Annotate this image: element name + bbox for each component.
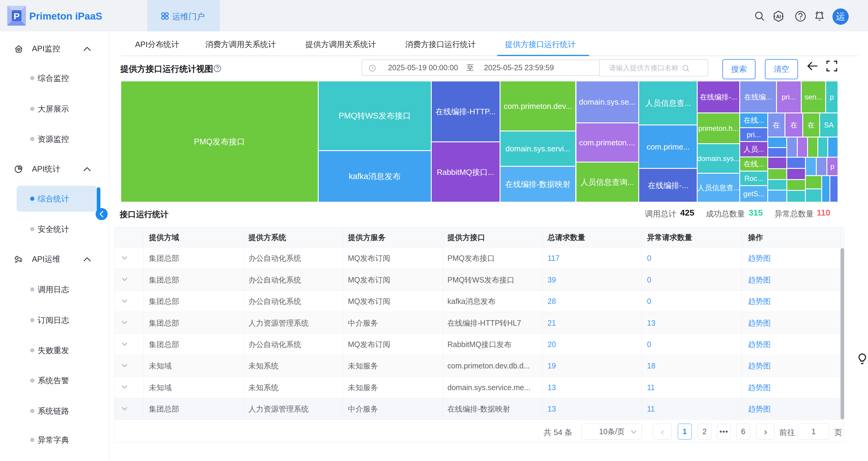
svg-text:人员...: 人员... (743, 145, 764, 153)
svg-text:在: 在 (790, 121, 798, 129)
svg-text:com.primeton....: com.primeton.... (579, 138, 635, 147)
svg-text:kafka消息发布: kafka消息发布 (349, 172, 401, 181)
svg-text:在线编排-HTTP...: 在线编排-HTTP... (436, 107, 496, 116)
svg-text:人员信息查询...: 人员信息查询... (580, 178, 634, 187)
svg-text:SA: SA (824, 121, 834, 129)
svg-text:在线编排-...: 在线编排-... (648, 181, 688, 190)
svg-text:Roc...: Roc... (744, 174, 764, 182)
svg-text:AI: AI (776, 14, 781, 19)
svg-text:domain.sys...: domain.sys... (697, 154, 740, 162)
svg-text:getS...: getS... (743, 190, 764, 198)
svg-text:domain.sys.se...: domain.sys.se... (579, 97, 636, 106)
svg-text:com.prime...: com.prime... (646, 142, 689, 151)
svg-text:p: p (830, 93, 834, 101)
svg-text:com.primeton.dev...: com.primeton.dev... (504, 102, 572, 111)
svg-text:PMQ转WS发布接口: PMQ转WS发布接口 (339, 111, 411, 120)
svg-text:primeton.h...: primeton.h... (698, 124, 738, 132)
svg-text:在线编排-数据映射: 在线编排-数据映射 (505, 180, 571, 189)
svg-text:人员信息查...: 人员信息查... (698, 184, 740, 192)
svg-text:pri...: pri... (782, 93, 796, 101)
svg-text:在线...: 在线... (743, 116, 764, 124)
svg-text:PMQ发布接口: PMQ发布接口 (194, 137, 245, 146)
svg-text:pri...: pri... (747, 130, 761, 139)
svg-text:在线编...: 在线编... (744, 93, 772, 101)
svg-text:在线编排-...: 在线编排-... (700, 93, 737, 101)
svg-text:P: P (13, 11, 20, 21)
svg-text:在: 在 (773, 121, 780, 129)
svg-text:domain.sys.servi...: domain.sys.servi... (505, 144, 570, 153)
svg-text:sen...: sen... (805, 93, 823, 101)
svg-text:人员信息查...: 人员信息查... (645, 99, 691, 107)
svg-text:RabbitMQ接口...: RabbitMQ接口... (437, 167, 494, 177)
svg-text:在: 在 (807, 121, 815, 129)
svg-text:在线...: 在线... (743, 160, 764, 168)
svg-text:p: p (830, 162, 834, 171)
